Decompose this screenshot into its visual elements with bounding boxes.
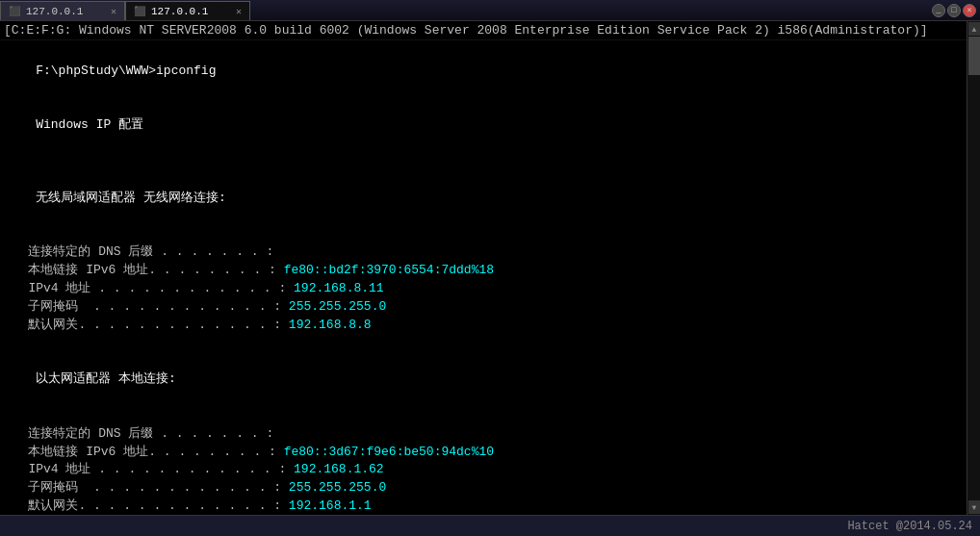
tab-2-label: 127.0.0.1: [151, 6, 208, 17]
s2-dns: 连接特定的 DNS 后缀 . . . . . . . :: [6, 425, 961, 444]
sysinfo-bar: [C:E:F:G: Windows NT SERVER2008 6.0 buil…: [0, 21, 980, 40]
tab-2-icon: ⬛: [134, 6, 145, 17]
s2-blank: [6, 407, 961, 425]
s2-gw: 默认网关. . . . . . . . . . . . . : 192.168.…: [6, 498, 961, 513]
s1-mask: 子网掩码 . . . . . . . . . . . . : 255.255.2…: [6, 298, 961, 317]
section-2-header: 以太网适配器 本地连接:: [6, 352, 961, 407]
tab-1-close[interactable]: ✕: [111, 6, 116, 17]
maximize-button[interactable]: □: [947, 4, 961, 17]
tab-2-close[interactable]: ✕: [236, 6, 242, 17]
tab-area: ⬛ 127.0.0.1 ✕ ⬛ 127.0.0.1 ✕: [0, 0, 932, 20]
windows-ip-title: Windows IP 配置: [6, 99, 961, 154]
sysinfo-text: [C:E:F:G: Windows NT SERVER2008 6.0 buil…: [4, 23, 928, 38]
s2-mask: 子网掩码 . . . . . . . . . . . . : 255.255.2…: [6, 479, 961, 498]
s1-blank: [6, 225, 961, 243]
tab-2[interactable]: ⬛ 127.0.0.1 ✕: [125, 1, 250, 20]
s1-dns: 连接特定的 DNS 后缀 . . . . . . . :: [6, 243, 961, 262]
close-button[interactable]: ✕: [963, 4, 976, 17]
section-1-header: 无线局域网适配器 无线网络连接:: [6, 171, 961, 226]
blank-1: [6, 153, 961, 171]
status-text: Hatcet @2014.05.24: [847, 520, 972, 533]
tab-1[interactable]: ⬛ 127.0.0.1 ✕: [0, 1, 125, 20]
scroll-up-arrow[interactable]: ▲: [968, 22, 980, 36]
tab-1-icon: ⬛: [9, 6, 20, 17]
scrollbar[interactable]: ▲ ▼: [967, 21, 980, 515]
window-controls: _ □ ✕: [932, 4, 980, 17]
title-bar: ⬛ 127.0.0.1 ✕ ⬛ 127.0.0.1 ✕ _ □ ✕: [0, 0, 980, 21]
s1-gw: 默认网关. . . . . . . . . . . . . : 192.168.…: [6, 317, 961, 335]
scrollbar-thumb[interactable]: [968, 37, 980, 75]
s1-ipv4: IPv4 地址 . . . . . . . . . . . . : 192.16…: [6, 280, 961, 298]
s2-ipv4: IPv4 地址 . . . . . . . . . . . . : 192.16…: [6, 461, 961, 479]
scroll-down-arrow[interactable]: ▼: [968, 500, 980, 514]
tab-1-label: 127.0.0.1: [26, 6, 83, 17]
terminal-content: F:\phpStudy\WWW>ipconfig Windows IP 配置 无…: [0, 40, 980, 513]
status-bar: Hatcet @2014.05.24: [0, 515, 980, 536]
s2-ipv6: 本地链接 IPv6 地址. . . . . . . . : fe80::3d67…: [6, 444, 961, 462]
minimize-button[interactable]: _: [932, 4, 945, 17]
s1-ipv6: 本地链接 IPv6 地址. . . . . . . . : fe80::bd2f…: [6, 262, 961, 280]
prompt-line: F:\phpStudy\WWW>ipconfig: [6, 44, 961, 99]
s1-end: [6, 335, 961, 353]
